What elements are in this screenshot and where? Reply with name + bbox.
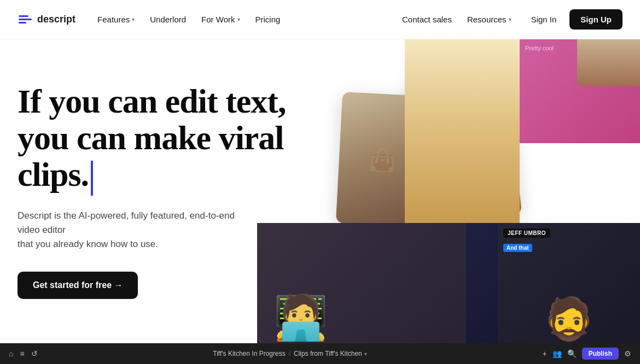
logo[interactable]: descript (18, 12, 75, 27)
breadcrumb-clip[interactable]: Clips from Tiff's Kitchen ▾ (294, 350, 367, 357)
and-that-badge: And that (503, 244, 532, 252)
breadcrumb-separator: / (289, 350, 290, 357)
editor-bar: ⌂ ≡ ↺ Tiff's Kitchen In Progress / Clips… (0, 343, 640, 364)
nav-item-contact-sales[interactable]: Contact sales (395, 11, 458, 27)
hero-title: If you can edit text, you can make viral… (18, 83, 335, 196)
nav-item-underlord[interactable]: Underlord (143, 11, 193, 27)
hero-section: If you can edit text, you can make viral… (0, 39, 640, 364)
chevron-down-icon: ▾ (132, 16, 135, 22)
svg-rect-1 (19, 19, 32, 20)
publish-button[interactable]: Publish (582, 348, 619, 360)
nav-links: Features ▾ Underlord For Work ▾ Pricing (91, 11, 287, 27)
search-icon[interactable]: 🔍 (567, 349, 577, 358)
chevron-down-icon: ▾ (364, 351, 367, 357)
menu-icon[interactable]: ≡ (20, 349, 24, 358)
nav-right-links: Contact sales Resources ▾ (395, 11, 518, 27)
nav-item-resources[interactable]: Resources ▾ (461, 11, 518, 27)
person-striped-card: 👤 (405, 39, 520, 253)
editor-bar-center: Tiff's Kitchen In Progress / Clips from … (213, 350, 366, 357)
svg-rect-0 (19, 15, 28, 17)
name-badge: JEFF UMBRO (503, 228, 550, 238)
chevron-down-icon: ▾ (509, 16, 511, 22)
hero-subtitle: Descript is the AI-powered, fully featur… (18, 209, 258, 252)
nav-item-pricing[interactable]: Pricing (249, 11, 287, 27)
home-icon[interactable]: ⌂ (9, 349, 13, 358)
signin-button[interactable]: Sign In (522, 10, 566, 28)
add-icon[interactable]: + (542, 349, 546, 358)
nav-right: Contact sales Resources ▾ Sign In Sign U… (395, 9, 622, 30)
editor-bar-left: ⌂ ≡ ↺ (9, 349, 38, 358)
person-glasses-emoji: 🧑‍💻 (274, 292, 328, 343)
users-icon[interactable]: 👥 (552, 349, 562, 358)
refresh-icon[interactable]: ↺ (31, 349, 38, 358)
nav-left: descript Features ▾ Underlord For Work ▾… (18, 11, 287, 27)
get-started-button[interactable]: Get started for free → (18, 272, 138, 299)
pretty-cool-text: Pretty cool (525, 45, 554, 51)
nav-item-features[interactable]: Features ▾ (91, 11, 141, 27)
logo-text: descript (37, 14, 75, 25)
nav-item-for-work[interactable]: For Work ▾ (195, 11, 246, 27)
hero-content: If you can edit text, you can make viral… (18, 83, 335, 299)
settings-icon[interactable]: ⚙ (624, 349, 631, 358)
signup-button[interactable]: Sign Up (569, 9, 622, 30)
editor-bar-right: + 👥 🔍 Publish ⚙ (542, 348, 631, 360)
descript-logo-icon (18, 12, 33, 27)
breadcrumb-project: Tiff's Kitchen In Progress (213, 350, 285, 357)
jeff-umbro-card: 🧔 JEFF UMBRO And that (498, 223, 640, 343)
desert-small-thumb (577, 39, 640, 86)
top-right-area: Pretty cool (520, 39, 640, 143)
navbar: descript Features ▾ Underlord For Work ▾… (0, 0, 640, 39)
svg-rect-2 (19, 22, 26, 24)
text-cursor (91, 161, 93, 196)
jeff-person-emoji: 🧔 (543, 295, 595, 343)
chevron-down-icon: ▾ (237, 16, 240, 22)
